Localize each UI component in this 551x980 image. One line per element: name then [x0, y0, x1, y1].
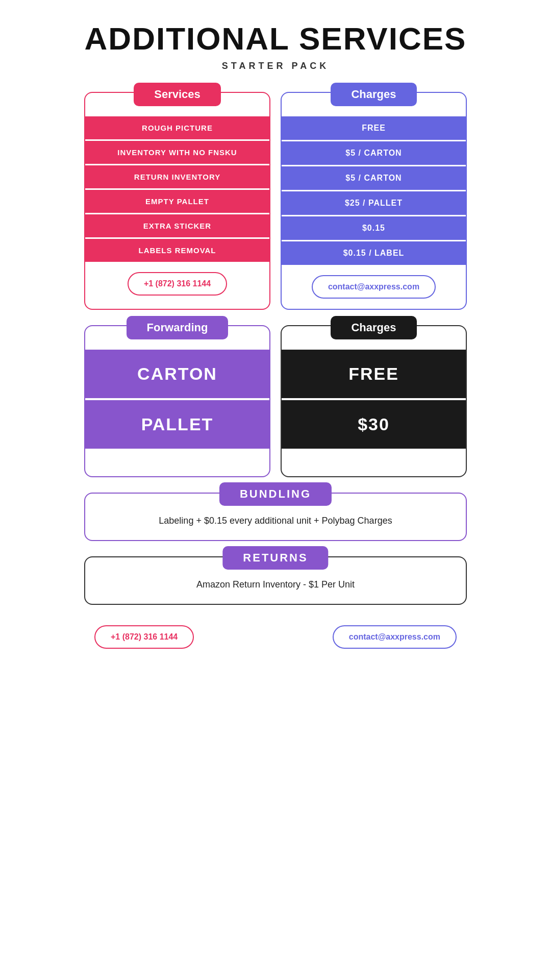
footer-email-button[interactable]: contact@axxpress.com — [333, 625, 457, 649]
services-phone-button[interactable]: +1 (872) 316 1144 — [128, 272, 227, 296]
forwarding-header: Forwarding — [85, 316, 269, 339]
services-header: Services — [85, 83, 269, 106]
footer-phone-button[interactable]: +1 (872) 316 1144 — [94, 625, 194, 649]
bundling-section: BUNDLING Labeling + $0.15 every addition… — [84, 493, 467, 541]
mid-section: Forwarding CARTON PALLET Charges FREE $3… — [84, 325, 467, 477]
dark-row-1: FREE — [282, 350, 466, 398]
page-subtitle: STARTER PACK — [84, 61, 467, 71]
forwarding-row-2: PALLET — [85, 400, 269, 449]
charges-email-button[interactable]: contact@axxpress.com — [312, 275, 436, 299]
footer: +1 (872) 316 1144 contact@axxpress.com — [84, 625, 467, 649]
charge-row-2: $5 / CARTON — [282, 141, 466, 165]
returns-header: RETURNS — [222, 546, 328, 570]
page-title: ADDITIONAL SERVICES — [84, 20, 467, 57]
charge-row-5: $0.15 — [282, 216, 466, 240]
charges-top-header-label: Charges — [331, 83, 416, 106]
charges-dark-header-label: Charges — [331, 316, 416, 339]
charges-top-card: Charges FREE $5 / CARTON $5 / CARTON $25… — [281, 92, 467, 310]
bundling-text: Labeling + $0.15 every additional unit +… — [101, 514, 450, 528]
forwarding-card: Forwarding CARTON PALLET — [84, 325, 270, 477]
forwarding-row-1: CARTON — [85, 350, 269, 398]
services-contact: +1 (872) 316 1144 — [85, 272, 269, 296]
service-row-2: INVENTORY WITH NO FNSKU — [85, 141, 269, 164]
service-row-5: EXTRA STICKER — [85, 214, 269, 237]
returns-text: Amazon Return Inventory - $1 Per Unit — [101, 578, 450, 592]
charge-row-3: $5 / CARTON — [282, 166, 466, 190]
charges-dark-card: Charges FREE $30 — [281, 325, 467, 477]
charge-row-6: $0.15 / LABEL — [282, 241, 466, 265]
services-card: Services ROUGH PICTURE INVENTORY WITH NO… — [84, 92, 270, 310]
charge-row-1: FREE — [282, 116, 466, 140]
returns-section: RETURNS Amazon Return Inventory - $1 Per… — [84, 556, 467, 605]
charges-contact: contact@axxpress.com — [282, 275, 466, 299]
service-row-6: LABELS REMOVAL — [85, 239, 269, 262]
service-row-3: RETURN INVENTORY — [85, 165, 269, 188]
top-section: Services ROUGH PICTURE INVENTORY WITH NO… — [84, 92, 467, 310]
dark-row-2: $30 — [282, 400, 466, 449]
service-row-1: ROUGH PICTURE — [85, 116, 269, 139]
charge-row-4: $25 / PALLET — [282, 191, 466, 215]
charges-top-header: Charges — [282, 83, 466, 106]
bundling-header: BUNDLING — [219, 482, 332, 506]
service-row-4: EMPTY PALLET — [85, 190, 269, 213]
charges-dark-header: Charges — [282, 316, 466, 339]
services-header-label: Services — [134, 83, 221, 106]
forwarding-header-label: Forwarding — [127, 316, 229, 339]
